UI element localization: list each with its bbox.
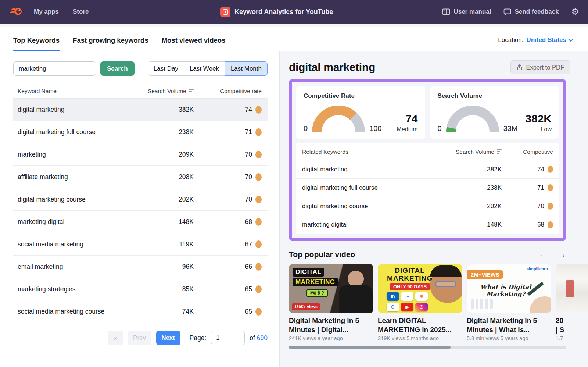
carousel-scrollbar[interactable] <box>289 346 566 349</box>
competitive-dot <box>255 218 262 226</box>
competitive-dot <box>548 203 553 210</box>
table-row[interactable]: marketing strategies 85K 65 <box>13 278 268 300</box>
location-value: United States <box>526 36 566 44</box>
period-filter-group: Last Day Last Week Last Month <box>148 61 268 76</box>
table-row[interactable]: affiliate marketing 208K 70 <box>13 166 268 188</box>
export-label: Export to PDF <box>526 64 564 71</box>
tab-top-keywords[interactable]: Top Keywords <box>13 36 60 51</box>
first-page-button[interactable]: « <box>108 331 123 345</box>
filter-last-month[interactable]: Last Month <box>225 61 268 76</box>
video-carousel: DIGITAL MARKETING क्या है ? 130K+ views … <box>289 264 588 341</box>
rate-cell: 65 <box>245 285 252 293</box>
video-meta: 1.7 <box>556 335 588 341</box>
prev-page-button[interactable]: Prev <box>128 331 151 345</box>
competitive-dot <box>548 221 553 228</box>
total-pages[interactable]: 690 <box>257 334 268 342</box>
table-row[interactable]: marketing digital 148K 68 <box>13 211 268 233</box>
instagram-icon: ☉ <box>415 303 428 311</box>
scrollbar-thumb[interactable] <box>289 346 451 349</box>
video-thumbnail: DIGITAL MARKETING क्या है ? 130K+ views <box>289 264 373 313</box>
table-row[interactable]: marketing 209K 70 <box>13 143 268 166</box>
table-row[interactable]: email marketing 96K 66 <box>13 256 268 278</box>
rate-cell: 68 <box>537 221 544 228</box>
location-value-dropdown[interactable]: United States <box>526 36 573 44</box>
table-row[interactable]: digital marketing course 202K 70 <box>13 188 268 211</box>
settings-gear-icon[interactable]: ⚙ <box>571 7 579 16</box>
video-card[interactable]: 20 | S 1.7 <box>556 264 588 341</box>
gauge-level: Medium <box>397 126 418 133</box>
volume-cell: 382K <box>129 106 194 114</box>
video-title: Learn DIGITAL MARKETING in 2025... <box>378 316 462 334</box>
rate-cell: 74 <box>245 106 252 114</box>
related-row[interactable]: digital marketing full course 238K 71 <box>296 179 559 197</box>
gauge-value: 382K <box>525 113 552 125</box>
video-meta: 241K views a year ago <box>289 335 373 341</box>
table-row[interactable]: social media marketing course 74K 65 <box>13 300 268 323</box>
export-to-pdf-button[interactable]: Export to PDF <box>510 60 570 74</box>
volume-cell: 209K <box>129 151 194 158</box>
keywords-table: Keyword Name Search Volume Competitive r… <box>13 84 268 323</box>
video-thumbnail <box>556 264 588 313</box>
filter-last-day[interactable]: Last Day <box>148 61 184 76</box>
video-card[interactable]: 2M+VIEWS simplilearn What is Digital Mar… <box>467 264 551 341</box>
related-row[interactable]: digital marketing 382K 74 <box>296 160 559 179</box>
video-meta: 5.8 mln views 5 years ago <box>467 335 551 341</box>
next-page-button[interactable]: Next <box>156 331 180 345</box>
competitive-dot <box>255 106 262 114</box>
tab-fast-growing-keywords[interactable]: Fast growing keywords <box>73 36 148 51</box>
volume-cell: 85K <box>129 285 194 293</box>
filter-last-week[interactable]: Last Week <box>184 61 225 76</box>
carousel-prev-icon[interactable]: ← <box>539 249 548 259</box>
related-row[interactable]: marketing digital 148K 68 <box>296 215 559 234</box>
send-feedback-link[interactable]: Send feedback <box>503 8 559 15</box>
tab-most-viewed-videos[interactable]: Most viewed videos <box>162 36 226 51</box>
linkedin-icon: in <box>387 292 399 301</box>
sort-icon[interactable] <box>497 149 502 154</box>
page-number-input[interactable] <box>211 331 245 345</box>
video-title: 20 <box>556 316 588 325</box>
keywords-panel: Search Last Day Last Week Last Month Key… <box>0 51 280 367</box>
rate-cell: 66 <box>245 263 252 271</box>
search-input[interactable] <box>13 61 96 76</box>
video-card[interactable]: DIGITAL MARKETING क्या है ? 130K+ views … <box>289 264 373 341</box>
table-row[interactable]: social media marketing 119K 67 <box>13 233 268 256</box>
keyword-cell: affiliate marketing <box>18 173 129 181</box>
nav-my-apps[interactable]: My apps <box>34 8 59 15</box>
table-row[interactable]: digital marketing 382K 74 <box>13 99 268 121</box>
search-button[interactable]: Search <box>100 61 135 76</box>
volume-cell: 208K <box>129 173 194 181</box>
competitive-dot <box>255 173 262 181</box>
nav-store[interactable]: Store <box>73 8 89 15</box>
gauge-min: 0 <box>438 124 442 133</box>
carousel-next-icon[interactable]: → <box>558 249 566 259</box>
channel-brand: simplilearn <box>527 267 548 271</box>
related-row[interactable]: digital marketing course 202K 70 <box>296 197 559 215</box>
volume-cell: 382K <box>434 166 502 173</box>
pagination: « Prev Next Page: of 690 <box>13 331 268 345</box>
thumb-text: DIGITAL <box>378 267 442 275</box>
competitive-dot <box>255 128 262 136</box>
keyword-cell: digital marketing course <box>302 203 434 210</box>
user-manual-link[interactable]: User manual <box>442 8 491 15</box>
app-title: Keyword Analytics for YouTube <box>234 8 333 16</box>
hubspot-icon: ✺ <box>415 292 428 301</box>
highlighted-metrics-box: Competitive Rate 0 100 74 Medi <box>289 79 566 241</box>
sort-icon[interactable] <box>189 89 194 94</box>
page-label: Page: <box>190 334 207 342</box>
keyword-cell: digital marketing <box>18 106 129 114</box>
volume-cell: 148K <box>129 218 194 226</box>
table-row[interactable]: digital marketing full course 238K 71 <box>13 121 268 143</box>
volume-cell: 202K <box>434 203 502 210</box>
location-label: Location: <box>498 36 523 44</box>
competitive-dot <box>255 263 262 271</box>
chevron-down-icon <box>568 39 573 42</box>
header-related-keywords: Related Keywords <box>302 149 434 155</box>
video-card[interactable]: DIGITAL MARKETING ONLY 90 DAYS in ∞ ✺ G … <box>378 264 462 341</box>
views-badge: 130K+ views <box>292 303 320 310</box>
header-spacer <box>0 24 588 27</box>
video-title: Digital Marketing In 5 Minutes | What Is… <box>467 316 551 334</box>
gauge-title: Search Volume <box>438 92 552 100</box>
rate-cell: 70 <box>245 173 252 181</box>
semrush-logo-icon[interactable] <box>9 6 25 18</box>
user-manual-label: User manual <box>453 8 491 15</box>
